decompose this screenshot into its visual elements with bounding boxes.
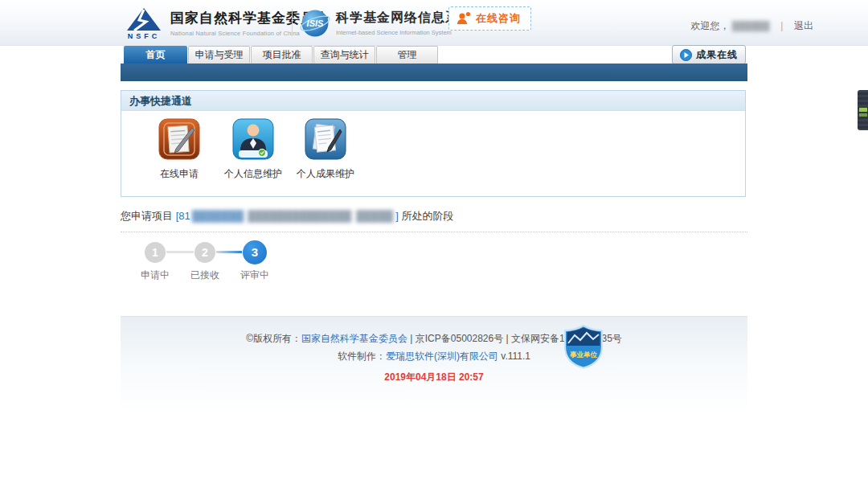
welcome-area: 欢迎您， ██████ ｜ 退出 xyxy=(690,19,813,33)
maker-prefix: 软件制作： xyxy=(338,351,386,362)
footer-copyright-line: ©版权所有：国家自然科学基金委员会 | 京ICP备05002826号 | 文保网… xyxy=(121,317,747,346)
footer: ©版权所有：国家自然科学基金委员会 | 京ICP备05002826号 | 文保网… xyxy=(121,316,747,492)
side-widget-stripe xyxy=(859,108,867,112)
header: NSFC 国家自然科学基金委员会 National Natural Scienc… xyxy=(0,0,868,46)
page: NSFC 国家自然科学基金委员会 National Natural Scienc… xyxy=(0,0,868,492)
project-stage-line: 您申请项目 [81██████████████████████████] 所处的… xyxy=(121,209,747,223)
footer-org-link[interactable]: 国家自然科学基金委员会 xyxy=(301,333,407,344)
consult-label: 在线咨询 xyxy=(476,11,521,26)
quick-access-body: 在线申请 个人信息维护 xyxy=(121,111,745,196)
welcome-prefix: 欢迎您， xyxy=(690,20,729,31)
public-institution-badge-icon[interactable]: 事业单位 xyxy=(563,324,604,369)
tab-query-statistics[interactable]: 查询与统计 xyxy=(313,46,375,64)
blue-banner-bar xyxy=(121,64,747,81)
step-circle-2: 2 xyxy=(194,242,215,263)
tab-apply-accept[interactable]: 申请与受理 xyxy=(188,46,250,64)
step-connector-1 xyxy=(166,251,194,253)
footer-datetime: 2019年04月18日 20:57 xyxy=(121,371,747,384)
footer-version: v.111.1 xyxy=(498,351,530,362)
side-widget-handle[interactable] xyxy=(858,90,868,130)
quick-access-panel: 办事快捷通道 xyxy=(121,90,746,197)
copyright-prefix: ©版权所有： xyxy=(246,333,301,344)
quick-label-personal-info: 个人信息维护 xyxy=(216,167,290,181)
quick-label-online-apply: 在线申请 xyxy=(142,167,216,181)
nav-row: 首页 申请与受理 项目批准 查询与统计 管理 成果在线 xyxy=(0,46,868,64)
online-consult-button[interactable]: 在线咨询 xyxy=(448,6,531,31)
arrow-circle-icon xyxy=(680,49,692,61)
results-online-label: 成果在线 xyxy=(696,48,738,62)
svg-text:NSFC: NSFC xyxy=(128,32,161,40)
logout-link[interactable]: 退出 xyxy=(794,20,813,31)
tab-home[interactable]: 首页 xyxy=(124,46,187,64)
step-connector-2 xyxy=(216,251,242,253)
quick-item-online-apply[interactable]: 在线申请 xyxy=(142,118,216,181)
project-prefix: 您申请项目 xyxy=(121,210,176,222)
progress-steps: 1 2 3 申请中 已接收 评审中 xyxy=(121,238,747,283)
header-divider xyxy=(292,9,293,36)
footer-icp: 京ICP备05002826号 xyxy=(416,333,503,344)
user-name-redacted: ██████ xyxy=(732,21,770,31)
dotted-separator xyxy=(121,232,747,232)
tab-management[interactable]: 管理 xyxy=(376,46,438,64)
consult-person-icon xyxy=(456,10,472,27)
personal-results-icon xyxy=(305,118,346,160)
step-label-applying: 申请中 xyxy=(131,269,179,282)
welcome-separator: ｜ xyxy=(777,20,787,31)
nav-tabs: 首页 申请与受理 项目批准 查询与统计 管理 xyxy=(124,46,439,64)
footer-maker-line: 软件制作：爱瑞思软件(深圳)有限公司 v.111.1 xyxy=(121,350,747,363)
nsfc-logo-icon: NSFC xyxy=(122,6,166,40)
project-tail-redacted: █████ xyxy=(356,210,393,222)
results-online-button[interactable]: 成果在线 xyxy=(672,45,746,64)
quick-access-title: 办事快捷通道 xyxy=(121,91,745,111)
step-label-under-review: 评审中 xyxy=(231,269,279,282)
side-widget-stripe xyxy=(859,113,867,117)
svg-text:ISIS: ISIS xyxy=(307,18,324,28)
tab-project-approval[interactable]: 项目批准 xyxy=(251,46,313,64)
project-title-redacted: ██████████████ xyxy=(248,210,351,222)
step-circle-1: 1 xyxy=(145,242,166,263)
isis-logo-icon: ISIS xyxy=(299,7,331,39)
project-suffix: 所处的阶段 xyxy=(399,210,454,222)
badge-label: 事业单位 xyxy=(570,351,598,359)
footer-maker-link[interactable]: 爱瑞思软件(深圳)有限公司 xyxy=(386,351,498,362)
quick-label-personal-results: 个人成果维护 xyxy=(289,167,362,181)
project-link[interactable]: [81██████████████████████████] xyxy=(176,210,399,222)
step-label-received: 已接收 xyxy=(181,269,229,282)
personal-info-icon xyxy=(232,118,274,160)
quick-item-personal-results[interactable]: 个人成果维护 xyxy=(289,118,362,181)
online-apply-icon xyxy=(158,118,200,160)
quick-item-personal-info[interactable]: 个人信息维护 xyxy=(216,118,290,181)
project-id-redacted: ███████ xyxy=(192,210,244,222)
step-circle-3-active: 3 xyxy=(243,240,267,264)
